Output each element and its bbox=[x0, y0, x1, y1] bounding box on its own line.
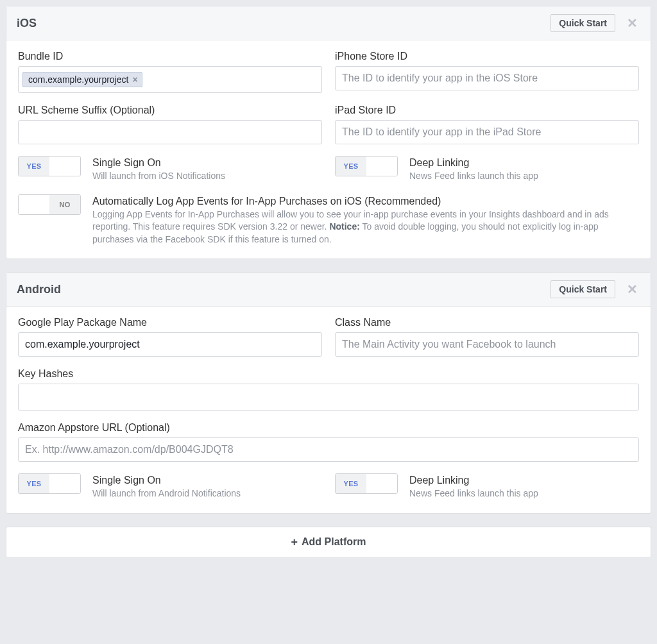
ipad-store-id-label: iPad Store ID bbox=[335, 105, 639, 116]
android-sso-title: Single Sign On bbox=[92, 475, 241, 486]
ios-autolog-notice: Notice: bbox=[329, 221, 359, 232]
ios-sso-sub: Will launch from iOS Notifications bbox=[92, 170, 225, 183]
ios-panel-header: iOS Quick Start ✕ bbox=[6, 6, 651, 40]
ios-deeplink-sub: News Feed links launch this app bbox=[409, 170, 538, 183]
ios-deeplink-title: Deep Linking bbox=[409, 157, 538, 169]
android-sso-toggle[interactable]: YES bbox=[18, 473, 81, 494]
android-panel-body: Google Play Package Name Class Name Key … bbox=[6, 307, 651, 513]
bundle-id-chip: com.example.yourproject × bbox=[22, 72, 142, 87]
url-scheme-suffix-input[interactable] bbox=[18, 120, 322, 144]
ios-sso-title: Single Sign On bbox=[92, 157, 225, 169]
package-name-input[interactable] bbox=[18, 332, 322, 357]
ipad-store-id-input[interactable] bbox=[335, 120, 639, 144]
amazon-url-input[interactable] bbox=[18, 437, 639, 462]
android-deeplink-toggle[interactable]: YES bbox=[335, 473, 398, 494]
url-scheme-suffix-label: URL Scheme Suffix (Optional) bbox=[18, 105, 322, 116]
android-panel-title: Android bbox=[17, 283, 550, 296]
ios-deeplink-toggle[interactable]: YES bbox=[335, 156, 398, 176]
android-deeplink-yes[interactable]: YES bbox=[336, 474, 366, 493]
iphone-store-id-input[interactable] bbox=[335, 66, 639, 90]
ios-autolog-yes[interactable] bbox=[19, 195, 49, 214]
ios-autolog-title: Automatically Log App Events for In-App … bbox=[92, 196, 639, 207]
bundle-id-label: Bundle ID bbox=[18, 51, 322, 62]
android-sso-yes[interactable]: YES bbox=[19, 474, 49, 493]
bundle-id-input[interactable]: com.example.yourproject × bbox=[18, 66, 322, 93]
android-deeplink-no[interactable] bbox=[366, 474, 397, 493]
android-panel-header: Android Quick Start ✕ bbox=[6, 273, 651, 307]
ios-sso-no[interactable] bbox=[49, 157, 80, 176]
class-name-input[interactable] bbox=[335, 332, 639, 357]
ios-autolog-no[interactable]: NO bbox=[49, 195, 80, 214]
ios-deeplink-yes[interactable]: YES bbox=[336, 157, 366, 176]
bundle-id-chip-text: com.example.yourproject bbox=[28, 74, 128, 85]
ios-sso-yes[interactable]: YES bbox=[19, 157, 49, 176]
android-deeplink-sub: News Feed links launch this app bbox=[409, 487, 538, 500]
iphone-store-id-label: iPhone Store ID bbox=[335, 51, 639, 62]
add-platform-button[interactable]: + Add Platform bbox=[6, 527, 651, 558]
ios-panel: iOS Quick Start ✕ Bundle ID com.example.… bbox=[6, 6, 651, 259]
android-panel: Android Quick Start ✕ Google Play Packag… bbox=[6, 272, 651, 514]
amazon-url-label: Amazon Appstore URL (Optional) bbox=[18, 422, 639, 434]
add-platform-label: Add Platform bbox=[302, 536, 366, 548]
ios-sso-toggle[interactable]: YES bbox=[18, 156, 81, 176]
android-deeplink-title: Deep Linking bbox=[409, 475, 538, 486]
package-name-label: Google Play Package Name bbox=[18, 317, 322, 328]
ios-quick-start-button[interactable]: Quick Start bbox=[550, 14, 615, 32]
ios-panel-body: Bundle ID com.example.yourproject × iPho… bbox=[6, 40, 651, 258]
key-hashes-label: Key Hashes bbox=[18, 368, 639, 380]
ios-deeplink-no[interactable] bbox=[366, 157, 397, 176]
bundle-id-chip-remove-icon[interactable]: × bbox=[132, 74, 137, 85]
ios-panel-title: iOS bbox=[17, 17, 550, 30]
android-sso-sub: Will launch from Android Notifications bbox=[92, 487, 241, 500]
ios-autolog-sub: Logging App Events for In-App Purchases … bbox=[92, 208, 639, 246]
ios-close-icon[interactable]: ✕ bbox=[624, 15, 640, 31]
android-sso-no[interactable] bbox=[49, 474, 80, 493]
key-hashes-input[interactable] bbox=[18, 384, 639, 411]
class-name-label: Class Name bbox=[335, 317, 639, 328]
ios-autolog-toggle[interactable]: NO bbox=[18, 194, 81, 215]
android-close-icon[interactable]: ✕ bbox=[624, 282, 640, 297]
android-quick-start-button[interactable]: Quick Start bbox=[550, 280, 615, 298]
plus-icon: + bbox=[291, 536, 298, 549]
